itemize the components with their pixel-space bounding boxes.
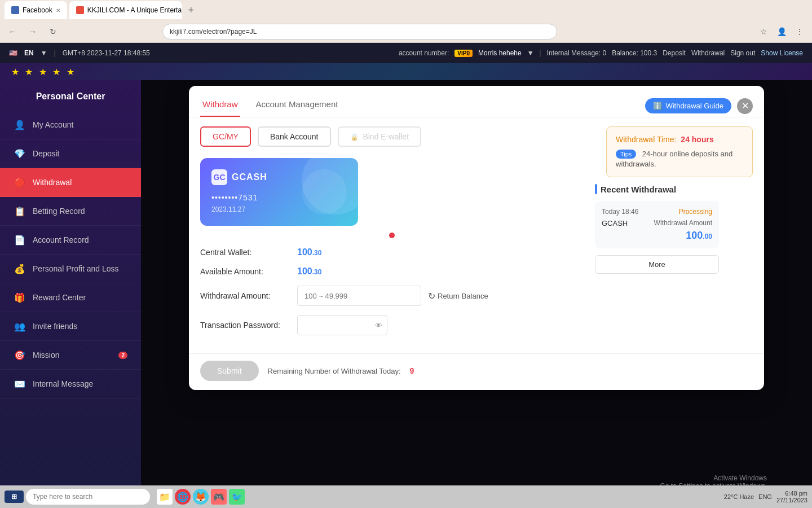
taskbar-edge-icon[interactable]: 🦊 bbox=[193, 489, 209, 505]
start-button[interactable]: ⊞ bbox=[5, 491, 24, 503]
content-area: Withdraw Account Management ℹ️ Withdrawa… bbox=[141, 80, 812, 508]
reload-button[interactable]: ↻ bbox=[45, 24, 61, 40]
profile-button[interactable]: 👤 bbox=[774, 24, 789, 40]
mission-badge: 2 bbox=[118, 352, 127, 359]
windows-icon: ⊞ bbox=[11, 493, 17, 501]
sidebar-title: Personal Center bbox=[0, 91, 141, 111]
language-label: EN bbox=[24, 49, 34, 57]
sidebar-item-betting-record[interactable]: 📋 Betting Record bbox=[0, 197, 141, 226]
withdrawal-amount-input[interactable] bbox=[297, 286, 421, 306]
sidebar-item-invite-friends[interactable]: 👥 Invite friends bbox=[0, 312, 141, 341]
kkjili-favicon bbox=[76, 6, 84, 14]
bookmark-button[interactable]: ☆ bbox=[756, 24, 771, 40]
taskbar-time-display: 6:48 pm bbox=[776, 490, 807, 497]
sidebar-item-personal-profit[interactable]: 💰 Personal Profit and Loss bbox=[0, 255, 141, 283]
taskbar-clock: 6:48 pm 27/11/2023 bbox=[776, 490, 807, 503]
tab-kkjili-label: KKJILI.COM - A Unique Enterta... bbox=[87, 6, 182, 14]
vip-badge: VIP0 bbox=[454, 50, 473, 57]
taskbar-app3-icon[interactable]: 🐦 bbox=[229, 489, 245, 505]
gcash-name: GCASH bbox=[232, 172, 267, 182]
forward-button[interactable]: → bbox=[25, 24, 41, 40]
account-label: account number: bbox=[399, 49, 449, 57]
payment-tab-gcmy[interactable]: GC/MY bbox=[200, 126, 251, 147]
tab-kkjili[interactable]: KKJILI.COM - A Unique Enterta... ✕ bbox=[69, 1, 182, 19]
available-amount-value: 100.30 bbox=[297, 266, 321, 277]
stars-banner: ★ ★ ★ ★ ★ bbox=[0, 63, 812, 80]
account-record-icon: 📄 bbox=[14, 234, 26, 246]
remaining-text: Remaining Number of Withdrawal Today: bbox=[268, 367, 401, 375]
withdrawal-note-row: Tips 24-hour online deposits and withdra… bbox=[616, 148, 743, 169]
taskbar-chrome-icon[interactable]: 🌐 bbox=[175, 489, 191, 505]
withdrawal-header-link[interactable]: Withdrawal bbox=[691, 49, 725, 57]
flag-icon: 🇺🇸 bbox=[9, 49, 17, 57]
password-toggle-button[interactable]: 👁 bbox=[375, 321, 382, 330]
gcash-number: ••••••••7531 bbox=[211, 193, 347, 202]
transaction-password-field: 👁 bbox=[297, 315, 387, 335]
sidebar-item-my-account[interactable]: 👤 My Account bbox=[0, 111, 141, 139]
address-bar[interactable]: kkjili7.com/electron?page=JL bbox=[162, 24, 557, 40]
title-bar-decoration bbox=[595, 184, 597, 194]
sidebar-item-mission[interactable]: 🎯 Mission 2 bbox=[0, 341, 141, 370]
transaction-password-input[interactable] bbox=[302, 321, 375, 330]
sidebar-item-internal-message[interactable]: ✉️ Internal Message bbox=[0, 370, 141, 398]
taskbar-app2-icon[interactable]: 🎮 bbox=[211, 489, 227, 505]
return-balance-button[interactable]: ↻ Return Balance bbox=[428, 291, 488, 301]
taskbar-file-explorer[interactable]: 📁 bbox=[157, 489, 173, 505]
tab-withdraw[interactable]: Withdraw bbox=[200, 95, 240, 117]
more-button[interactable]: More bbox=[595, 255, 719, 274]
sidebar-item-account-record[interactable]: 📄 Account Record bbox=[0, 226, 141, 255]
recent-status: Processing bbox=[679, 208, 712, 216]
payment-tab-bank-account[interactable]: Bank Account bbox=[258, 126, 331, 147]
withdrawal-time-value: 24 hours bbox=[681, 135, 713, 144]
sign-out-link[interactable]: Sign out bbox=[730, 49, 755, 57]
invite-icon: 👥 bbox=[14, 320, 26, 332]
return-icon: ↻ bbox=[428, 291, 435, 301]
taskbar-search-input[interactable] bbox=[26, 489, 150, 505]
sidebar-item-mission-label: Mission bbox=[33, 351, 59, 360]
reward-icon: 🎁 bbox=[14, 291, 26, 304]
message-icon: ✉️ bbox=[14, 378, 26, 390]
sidebar-item-deposit-label: Deposit bbox=[33, 149, 59, 158]
header-right: account number: VIP0 Morris hehehe ▼ | I… bbox=[399, 49, 803, 57]
withdrawal-time-label: Withdrawal Time: bbox=[616, 135, 676, 144]
gcash-logo: GC GCASH bbox=[211, 169, 347, 185]
recent-method: GCASH bbox=[602, 219, 628, 227]
main-layout: Personal Center 👤 My Account 💎 Deposit 🔴… bbox=[0, 80, 812, 508]
withdrawal-guide-label: Withdrawal Guide bbox=[665, 102, 723, 110]
bank-account-label: Bank Account bbox=[270, 132, 319, 141]
central-wallet-value: 100.30 bbox=[297, 247, 321, 257]
address-bar-row: ← → ↻ kkjili7.com/electron?page=JL ☆ 👤 ⋮ bbox=[0, 20, 812, 43]
show-license-link[interactable]: Show License bbox=[761, 49, 803, 57]
address-bar-actions: ☆ 👤 ⋮ bbox=[756, 24, 807, 40]
sidebar-item-profit-label: Personal Profit and Loss bbox=[33, 264, 119, 273]
close-modal-button[interactable]: ✕ bbox=[737, 98, 753, 114]
sidebar-item-reward-center[interactable]: 🎁 Reward Center bbox=[0, 283, 141, 312]
payment-tab-bind-ewallet[interactable]: 🔒 Bind E-wallet bbox=[338, 126, 422, 147]
submit-button[interactable]: Submit bbox=[200, 361, 259, 381]
modal-body: GC/MY Bank Account 🔒 Bind E-wallet bbox=[189, 117, 764, 353]
deposit-link[interactable]: Deposit bbox=[663, 49, 686, 57]
taskbar-apps: 📁 🌐 🦊 🎮 🐦 bbox=[157, 489, 245, 505]
sidebar-item-deposit[interactable]: 💎 Deposit bbox=[0, 139, 141, 168]
menu-button[interactable]: ⋮ bbox=[792, 24, 807, 40]
ewallet-lock-icon: 🔒 bbox=[350, 133, 359, 141]
tab-facebook[interactable]: Facebook ✕ bbox=[5, 1, 67, 19]
internal-message-link[interactable]: Internal Message: 0 bbox=[547, 49, 606, 57]
back-button[interactable]: ← bbox=[5, 24, 20, 40]
tab-facebook-close[interactable]: ✕ bbox=[56, 7, 60, 14]
more-label: More bbox=[648, 260, 665, 269]
sidebar-item-withdrawal[interactable]: 🔴 Withdrawal bbox=[0, 168, 141, 197]
modal-footer: Submit Remaining Number of Withdrawal To… bbox=[189, 353, 764, 390]
recent-withdrawal-title: Recent Withdrawal bbox=[595, 184, 719, 194]
new-tab-button[interactable]: + bbox=[184, 3, 198, 17]
transaction-password-label: Transaction Password: bbox=[200, 321, 290, 330]
taskbar-date-display: 27/11/2023 bbox=[776, 497, 807, 503]
my-account-icon: 👤 bbox=[14, 119, 26, 131]
taskbar-weather: 22°C Haze bbox=[724, 493, 754, 500]
activate-line1: Activate Windows bbox=[660, 474, 767, 482]
recent-card-amount: 100.00 bbox=[602, 230, 712, 242]
tab-account-management[interactable]: Account Management bbox=[254, 95, 341, 117]
balance-link[interactable]: Balance: 100.3 bbox=[612, 49, 657, 57]
withdrawal-guide-button[interactable]: ℹ️ Withdrawal Guide bbox=[645, 98, 731, 113]
header-sep2: | bbox=[540, 49, 541, 57]
